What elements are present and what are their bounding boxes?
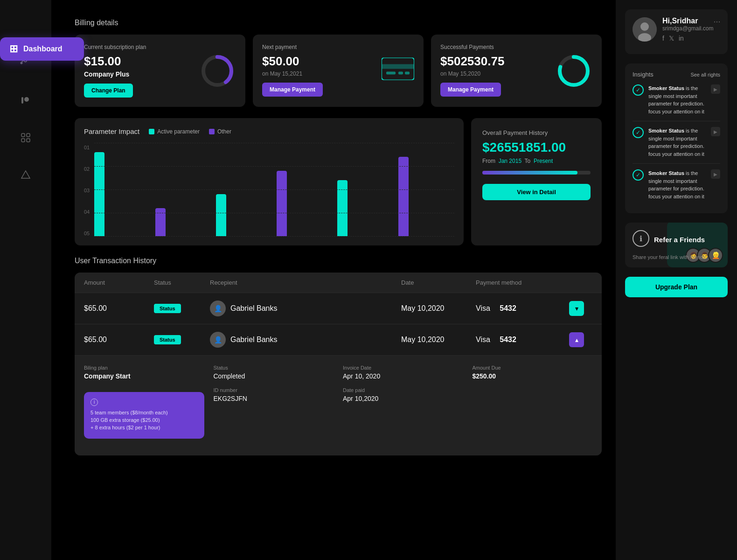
plan-detail-box: i 5 team members ($8/month each) 100 GB … xyxy=(84,387,204,439)
invoice-date-section: Invoice Date Apr 10, 2020 xyxy=(343,365,463,380)
y-label-3: 03 xyxy=(84,188,90,193)
row1-payment: Visa 5432 xyxy=(476,304,569,313)
transaction-section: User Transaction History Amount Status R… xyxy=(75,257,602,455)
profile-name: Hi,Sridhar xyxy=(662,17,714,25)
insight-check-icon-3: ✓ xyxy=(633,169,644,181)
ph-amount: $26551851.00 xyxy=(482,140,591,155)
subscription-card: Current subscription plan $15.00 Company… xyxy=(75,35,245,107)
legend-active: Active parameter xyxy=(149,128,200,135)
svg-rect-3 xyxy=(21,97,23,104)
row2-visa: Visa xyxy=(476,336,490,344)
status-badge: Status xyxy=(154,304,181,313)
sidebar-item-grid[interactable] xyxy=(14,126,37,149)
insight-check-icon-2: ✓ xyxy=(633,127,644,138)
date-paid-label: Date paid xyxy=(343,387,463,393)
refer-info-icon: ℹ xyxy=(633,230,649,247)
manage-payment-button-2[interactable]: Manage Payment xyxy=(440,83,501,97)
insight-check-icon-1: ✓ xyxy=(633,84,644,96)
svg-rect-15 xyxy=(405,71,410,74)
svg-rect-13 xyxy=(386,71,396,74)
y-label-2: 02 xyxy=(84,166,90,172)
twitter-icon[interactable]: 𝕏 xyxy=(669,35,674,42)
expand-button-1[interactable]: ▾ xyxy=(569,301,584,316)
transaction-title: User Transaction History xyxy=(75,257,602,265)
col-recipient: Recepient xyxy=(210,279,401,286)
change-plan-button[interactable]: Change Plan xyxy=(84,84,133,98)
bar-group-5 xyxy=(337,180,393,236)
see-all-link[interactable]: See all rights xyxy=(690,72,720,77)
row1-date: May 10,2020 xyxy=(401,304,476,313)
insight-item-3: ✓ Smoker Status is the single most impor… xyxy=(633,169,720,206)
profile-email: srimdga@gmail.com xyxy=(662,25,714,32)
subscription-label: Current subscription plan xyxy=(84,44,236,50)
insight-bold-3: Smoker Status xyxy=(648,170,684,176)
sidebar-active-item[interactable]: ⊞ Dashboard xyxy=(0,37,84,61)
profile-card: Hi,Sridhar srimdga@gmail.com f 𝕏 in ··· xyxy=(625,9,728,54)
details-grid: Biling plan Company Start Status Complet… xyxy=(84,365,592,380)
plan-members: 5 team members ($8/month each) xyxy=(90,410,198,415)
chart-title: Parameter Impact xyxy=(84,127,139,135)
status-badge-2: Status xyxy=(154,335,181,344)
profile-info: Hi,Sridhar srimdga@gmail.com f 𝕏 in xyxy=(662,17,714,42)
ph-date-range: From Jan 2015 To Present xyxy=(482,158,591,164)
charts-section: Parameter Impact Active parameter Other … xyxy=(75,118,602,245)
plan-hours: + 8 extra hours ($2 per 1 hour) xyxy=(90,425,198,430)
sidebar: ⊞ Dashboard xyxy=(0,0,51,560)
amount-due-label: Amount Due xyxy=(473,365,593,371)
row2-date: May 10,2020 xyxy=(401,336,476,344)
col-date: Date xyxy=(401,279,476,286)
bar-group-1 xyxy=(94,152,150,236)
row2-recipient-cell: 👤 Gabriel Banks xyxy=(210,332,401,348)
status-value: Completed xyxy=(214,372,334,380)
refer-friends-card: ℹ Refer a Friends Share your feral link … xyxy=(625,223,728,267)
facebook-icon[interactable]: f xyxy=(662,35,664,42)
billing-plan-label: Biling plan xyxy=(84,365,204,371)
bar-1-cyan xyxy=(94,152,104,236)
row2-payment: Visa 5432 xyxy=(476,336,569,344)
insight-bold-1: Smoker Status xyxy=(648,85,684,91)
upgrade-plan-button[interactable]: Upgrade Plan xyxy=(625,277,728,297)
chart-header: Parameter Impact Active parameter Other xyxy=(84,127,454,135)
manage-payment-button-1[interactable]: Manage Payment xyxy=(262,83,323,97)
profile-more-button[interactable]: ··· xyxy=(714,17,721,27)
bar-2-purple xyxy=(155,208,166,236)
insight-action-3[interactable]: ▶ xyxy=(711,169,720,179)
ph-title: Overall Payment History xyxy=(482,129,591,136)
row2-status: Status xyxy=(154,335,210,344)
insight-text-3: Smoker Status is the single most importa… xyxy=(648,169,706,200)
profile-header: Hi,Sridhar srimdga@gmail.com f 𝕏 in ··· xyxy=(633,17,720,47)
legend-other-label: Other xyxy=(217,128,231,135)
sidebar-item-patreon[interactable] xyxy=(14,89,37,112)
view-detail-button[interactable]: View in Detail xyxy=(482,184,591,200)
row1-recipient-cell: 👤 Gabriel Banks xyxy=(210,301,401,316)
table-row[interactable]: $65.00 Status 👤 Gabriel Banks May 10,202… xyxy=(75,293,602,324)
empty-cell xyxy=(473,387,593,439)
refer-content: ℹ Refer a Friends Share your feral link … xyxy=(633,230,720,260)
payment-history-card: Overall Payment History $26551851.00 Fro… xyxy=(471,118,602,245)
next-payment-label: Next payment xyxy=(262,44,414,50)
profile-top: Hi,Sridhar srimdga@gmail.com f 𝕏 in xyxy=(633,17,714,42)
social-links: f 𝕏 in xyxy=(662,35,714,42)
date-paid-section: Date paid Apr 10,2020 xyxy=(343,387,463,439)
amount-due-value: $250.00 xyxy=(473,372,593,380)
bar-3-cyan xyxy=(216,194,226,236)
bar-chart-wrapper: 01 02 03 04 05 xyxy=(84,143,454,236)
ph-from-date: Jan 2015 xyxy=(499,158,521,164)
row1-amount: $65.00 xyxy=(84,304,154,313)
collapse-button-2[interactable]: ▴ xyxy=(569,332,584,347)
bar-6-purple xyxy=(398,157,409,236)
y-axis-labels: 01 02 03 04 05 xyxy=(84,143,94,236)
bar-group-2 xyxy=(155,208,211,236)
table-row[interactable]: $65.00 Status 👤 Gabriel Banks May 10,202… xyxy=(75,324,602,355)
bar-4-purple xyxy=(277,171,287,236)
row1-visa: Visa xyxy=(476,304,490,313)
subscription-donut xyxy=(199,52,236,90)
billing-plan-section: Biling plan Company Start xyxy=(84,365,204,380)
insight-action-1[interactable]: ▶ xyxy=(711,84,720,94)
id-label: ID number xyxy=(214,387,334,393)
insight-action-2[interactable]: ▶ xyxy=(711,127,720,136)
insight-text-1: Smoker Status is the single most importa… xyxy=(648,84,706,115)
linkedin-icon[interactable]: in xyxy=(679,35,684,42)
bar-group-6 xyxy=(398,157,454,236)
sidebar-item-shape[interactable] xyxy=(14,163,37,187)
